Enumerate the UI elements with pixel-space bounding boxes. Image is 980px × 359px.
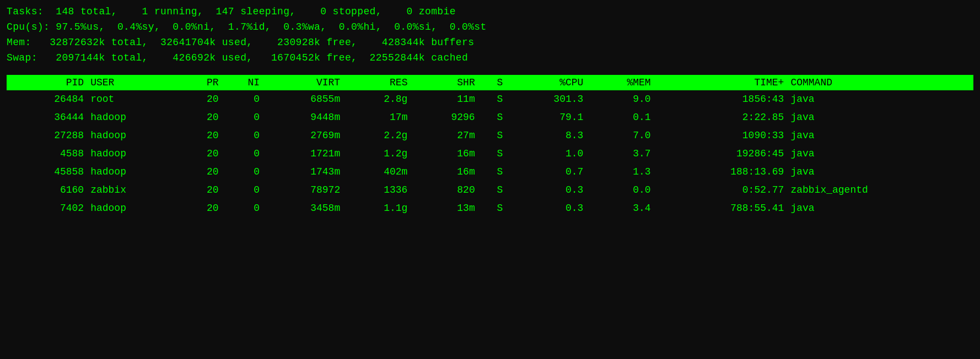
cell-time: 1090:33 — [654, 127, 788, 145]
process-table: PID USER PR NI VIRT RES SHR S %CPU %MEM … — [7, 75, 973, 217]
cell-res: 2.8g — [343, 90, 411, 108]
col-header-user: USER — [87, 75, 181, 90]
cell-pr: 20 — [181, 145, 222, 163]
table-row: 36444hadoop2009448m17m9296S79.10.12:22.8… — [7, 108, 973, 127]
cell-pr: 20 — [181, 127, 222, 145]
cell-shr: 820 — [411, 181, 478, 199]
col-header-s: S — [478, 75, 507, 90]
table-row: 27288hadoop2002769m2.2g27mS8.37.01090:33… — [7, 127, 973, 145]
cell-shr: 27m — [411, 127, 478, 145]
cell-command: zabbix_agentd — [787, 181, 973, 199]
cell-user: hadoop — [87, 145, 181, 163]
table-row: 6160zabbix200789721336820S0.30.00:52.77z… — [7, 181, 973, 199]
cell-command: java — [787, 145, 973, 163]
cell-pr: 20 — [181, 90, 222, 108]
cell-s: S — [478, 145, 507, 163]
cell-pr: 20 — [181, 108, 222, 127]
cell-mem: 0.1 — [586, 108, 654, 127]
cell-shr: 11m — [411, 90, 478, 108]
col-header-pr: PR — [181, 75, 222, 90]
cell-virt: 6855m — [263, 90, 343, 108]
col-header-virt: VIRT — [263, 75, 343, 90]
cell-ni: 0 — [222, 108, 263, 127]
cell-ni: 0 — [222, 90, 263, 108]
cell-shr: 13m — [411, 199, 478, 217]
cell-ni: 0 — [222, 163, 263, 181]
cell-pr: 20 — [181, 163, 222, 181]
col-header-shr: SHR — [411, 75, 478, 90]
cell-command: java — [787, 199, 973, 217]
cell-virt: 9448m — [263, 108, 343, 127]
cell-cpu: 0.7 — [506, 163, 586, 181]
table-row: 7402hadoop2003458m1.1g13mS0.33.4788:55.4… — [7, 199, 973, 217]
cell-virt: 3458m — [263, 199, 343, 217]
cell-user: zabbix — [87, 181, 181, 199]
cell-res: 17m — [343, 108, 411, 127]
cell-res: 1.2g — [343, 145, 411, 163]
cell-mem: 7.0 — [586, 127, 654, 145]
table-row: 26484root2006855m2.8g11mS301.39.01856:43… — [7, 90, 973, 108]
cell-virt: 1721m — [263, 145, 343, 163]
cell-command: java — [787, 90, 973, 108]
cell-time: 0:52.77 — [654, 181, 788, 199]
cell-ni: 0 — [222, 181, 263, 199]
cell-res: 402m — [343, 163, 411, 181]
cell-shr: 9296 — [411, 108, 478, 127]
cell-user: hadoop — [87, 163, 181, 181]
cell-pid: 36444 — [7, 108, 87, 127]
cell-ni: 0 — [222, 199, 263, 217]
cell-time: 2:22.85 — [654, 108, 788, 127]
col-header-pid: PID — [7, 75, 87, 90]
cell-cpu: 1.0 — [506, 145, 586, 163]
cell-mem: 0.0 — [586, 181, 654, 199]
col-header-ni: NI — [222, 75, 263, 90]
cell-cpu: 0.3 — [506, 199, 586, 217]
cell-cpu: 79.1 — [506, 108, 586, 127]
cell-pid: 6160 — [7, 181, 87, 199]
col-header-command: COMMAND — [787, 75, 973, 90]
stats-section: Tasks: 148 total, 1 running, 147 sleepin… — [7, 4, 973, 66]
cell-command: java — [787, 108, 973, 127]
table-row: 4588hadoop2001721m1.2g16mS1.03.719286:45… — [7, 145, 973, 163]
cell-s: S — [478, 127, 507, 145]
cell-cpu: 8.3 — [506, 127, 586, 145]
cell-cpu: 301.3 — [506, 90, 586, 108]
cell-ni: 0 — [222, 127, 263, 145]
cell-virt: 2769m — [263, 127, 343, 145]
cell-mem: 3.7 — [586, 145, 654, 163]
cell-virt: 78972 — [263, 181, 343, 199]
cell-s: S — [478, 181, 507, 199]
cell-time: 19286:45 — [654, 145, 788, 163]
cell-res: 1.1g — [343, 199, 411, 217]
cell-s: S — [478, 163, 507, 181]
cell-user: hadoop — [87, 108, 181, 127]
cpu-line: Cpu(s): 97.5%us, 0.4%sy, 0.0%ni, 1.7%id,… — [7, 20, 973, 35]
cell-user: hadoop — [87, 199, 181, 217]
cell-s: S — [478, 199, 507, 217]
cell-virt: 1743m — [263, 163, 343, 181]
cell-user: root — [87, 90, 181, 108]
cell-pid: 4588 — [7, 145, 87, 163]
cell-time: 1856:43 — [654, 90, 788, 108]
cell-pid: 26484 — [7, 90, 87, 108]
table-row: 45858hadoop2001743m402m16mS0.71.3188:13.… — [7, 163, 973, 181]
cell-res: 1336 — [343, 181, 411, 199]
col-header-time: TIME+ — [654, 75, 788, 90]
cell-pid: 27288 — [7, 127, 87, 145]
cell-shr: 16m — [411, 145, 478, 163]
cell-pr: 20 — [181, 199, 222, 217]
cell-res: 2.2g — [343, 127, 411, 145]
cell-shr: 16m — [411, 163, 478, 181]
col-header-mem: %MEM — [586, 75, 654, 90]
cell-ni: 0 — [222, 145, 263, 163]
cell-user: hadoop — [87, 127, 181, 145]
cell-cpu: 0.3 — [506, 181, 586, 199]
cell-mem: 9.0 — [586, 90, 654, 108]
cell-command: java — [787, 127, 973, 145]
cell-pid: 45858 — [7, 163, 87, 181]
cell-pid: 7402 — [7, 199, 87, 217]
cell-s: S — [478, 108, 507, 127]
cell-pr: 20 — [181, 181, 222, 199]
cell-time: 788:55.41 — [654, 199, 788, 217]
table-header-row: PID USER PR NI VIRT RES SHR S %CPU %MEM … — [7, 75, 973, 90]
